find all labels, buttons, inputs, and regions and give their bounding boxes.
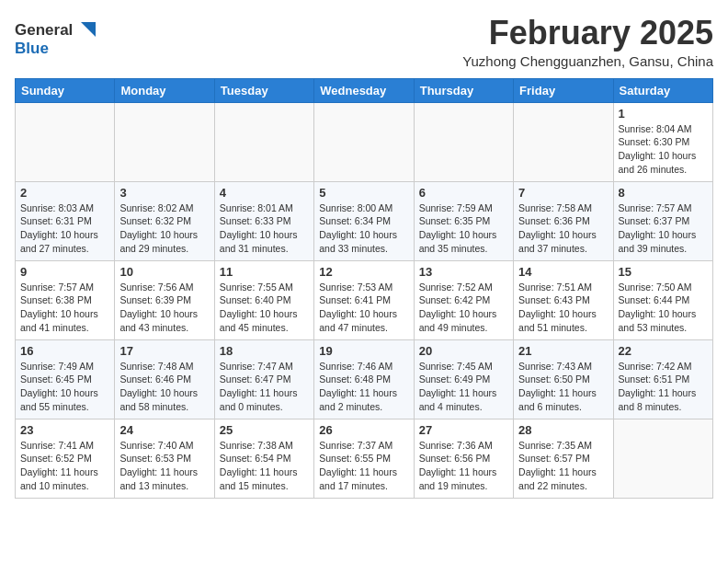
day-number: 24: [119, 423, 209, 437]
day-info: Sunrise: 7:36 AM Sunset: 6:56 PM Dayligh…: [419, 439, 508, 493]
calendar-cell: 18Sunrise: 7:47 AM Sunset: 6:47 PM Dayli…: [214, 339, 313, 419]
calendar-cell: 1Sunrise: 8:04 AM Sunset: 6:30 PM Daylig…: [613, 102, 712, 181]
calendar-cell: [514, 102, 613, 181]
calendar-cell: [16, 102, 115, 181]
day-number: 9: [20, 265, 109, 279]
day-number: 5: [319, 186, 408, 200]
day-number: 26: [319, 423, 408, 437]
day-number: 13: [419, 265, 508, 279]
calendar-cell: 16Sunrise: 7:49 AM Sunset: 6:45 PM Dayli…: [16, 339, 115, 419]
calendar-week-1: 1Sunrise: 8:04 AM Sunset: 6:30 PM Daylig…: [16, 102, 713, 181]
day-number: 21: [518, 344, 608, 358]
day-number: 10: [119, 265, 209, 279]
title-block: February 2025 Yuzhong Chengguanzhen, Gan…: [462, 15, 713, 69]
weekday-header-saturday: Saturday: [613, 78, 712, 102]
calendar-cell: 5Sunrise: 8:00 AM Sunset: 6:34 PM Daylig…: [314, 181, 414, 260]
day-number: 27: [419, 423, 508, 437]
day-number: 14: [518, 265, 608, 279]
day-info: Sunrise: 7:41 AM Sunset: 6:52 PM Dayligh…: [20, 439, 109, 493]
svg-text:Blue: Blue: [15, 40, 49, 57]
day-info: Sunrise: 7:37 AM Sunset: 6:55 PM Dayligh…: [319, 439, 408, 493]
day-number: 12: [319, 265, 408, 279]
weekday-header-monday: Monday: [115, 78, 214, 102]
svg-text:General: General: [15, 21, 73, 39]
calendar-cell: 14Sunrise: 7:51 AM Sunset: 6:43 PM Dayli…: [514, 260, 613, 339]
calendar-cell: 22Sunrise: 7:42 AM Sunset: 6:51 PM Dayli…: [613, 339, 712, 419]
calendar-cell: 27Sunrise: 7:36 AM Sunset: 6:56 PM Dayli…: [414, 419, 513, 498]
calendar-cell: 28Sunrise: 7:35 AM Sunset: 6:57 PM Dayli…: [514, 419, 613, 498]
day-number: 3: [119, 186, 209, 200]
day-number: 18: [220, 344, 309, 358]
logo-svg: General Blue: [15, 15, 97, 61]
day-info: Sunrise: 7:51 AM Sunset: 6:43 PM Dayligh…: [518, 281, 608, 335]
calendar-cell: 21Sunrise: 7:43 AM Sunset: 6:50 PM Dayli…: [514, 339, 613, 419]
day-number: 16: [20, 344, 109, 358]
calendar-week-4: 16Sunrise: 7:49 AM Sunset: 6:45 PM Dayli…: [16, 339, 713, 419]
logo: General Blue: [15, 15, 97, 61]
day-info: Sunrise: 7:59 AM Sunset: 6:35 PM Dayligh…: [419, 201, 508, 256]
calendar-cell: 12Sunrise: 7:53 AM Sunset: 6:41 PM Dayli…: [314, 260, 414, 339]
day-info: Sunrise: 7:46 AM Sunset: 6:48 PM Dayligh…: [319, 360, 408, 414]
calendar-cell: 17Sunrise: 7:48 AM Sunset: 6:46 PM Dayli…: [115, 339, 214, 419]
day-number: 25: [220, 423, 309, 437]
day-info: Sunrise: 7:40 AM Sunset: 6:53 PM Dayligh…: [119, 439, 209, 493]
calendar-cell: 11Sunrise: 7:55 AM Sunset: 6:40 PM Dayli…: [214, 260, 313, 339]
calendar-cell: 15Sunrise: 7:50 AM Sunset: 6:44 PM Dayli…: [613, 260, 712, 339]
day-info: Sunrise: 7:57 AM Sunset: 6:37 PM Dayligh…: [619, 201, 708, 256]
day-number: 8: [619, 186, 708, 200]
day-number: 19: [319, 344, 408, 358]
day-info: Sunrise: 7:58 AM Sunset: 6:36 PM Dayligh…: [518, 201, 608, 256]
day-info: Sunrise: 7:47 AM Sunset: 6:47 PM Dayligh…: [220, 360, 309, 414]
day-info: Sunrise: 7:42 AM Sunset: 6:51 PM Dayligh…: [619, 360, 708, 414]
svg-marker-2: [81, 22, 96, 37]
calendar-cell: 26Sunrise: 7:37 AM Sunset: 6:55 PM Dayli…: [314, 419, 414, 498]
day-number: 28: [518, 423, 608, 437]
calendar-cell: 2Sunrise: 8:03 AM Sunset: 6:31 PM Daylig…: [16, 181, 115, 260]
month-title: February 2025: [462, 15, 713, 52]
day-number: 4: [220, 186, 309, 200]
calendar-cell: [115, 102, 214, 181]
calendar-cell: [214, 102, 313, 181]
calendar-cell: 6Sunrise: 7:59 AM Sunset: 6:35 PM Daylig…: [414, 181, 513, 260]
calendar-week-2: 2Sunrise: 8:03 AM Sunset: 6:31 PM Daylig…: [16, 181, 713, 260]
day-info: Sunrise: 7:53 AM Sunset: 6:41 PM Dayligh…: [319, 281, 408, 335]
calendar-cell: 9Sunrise: 7:57 AM Sunset: 6:38 PM Daylig…: [16, 260, 115, 339]
calendar-cell: [414, 102, 513, 181]
location: Yuzhong Chengguanzhen, Gansu, China: [462, 53, 713, 69]
weekday-header-thursday: Thursday: [414, 78, 513, 102]
calendar-cell: 25Sunrise: 7:38 AM Sunset: 6:54 PM Dayli…: [214, 419, 313, 498]
day-info: Sunrise: 7:45 AM Sunset: 6:49 PM Dayligh…: [419, 360, 508, 414]
day-info: Sunrise: 7:56 AM Sunset: 6:39 PM Dayligh…: [119, 281, 209, 335]
day-info: Sunrise: 8:04 AM Sunset: 6:30 PM Dayligh…: [619, 122, 708, 177]
day-number: 7: [518, 186, 608, 200]
calendar-week-3: 9Sunrise: 7:57 AM Sunset: 6:38 PM Daylig…: [16, 260, 713, 339]
calendar-table: SundayMondayTuesdayWednesdayThursdayFrid…: [15, 78, 713, 499]
day-number: 2: [20, 186, 109, 200]
day-number: 20: [419, 344, 508, 358]
calendar-cell: 20Sunrise: 7:45 AM Sunset: 6:49 PM Dayli…: [414, 339, 513, 419]
day-number: 22: [619, 344, 708, 358]
day-info: Sunrise: 8:00 AM Sunset: 6:34 PM Dayligh…: [319, 201, 408, 256]
day-info: Sunrise: 7:38 AM Sunset: 6:54 PM Dayligh…: [220, 439, 309, 493]
weekday-header-sunday: Sunday: [16, 78, 115, 102]
calendar-cell: 7Sunrise: 7:58 AM Sunset: 6:36 PM Daylig…: [514, 181, 613, 260]
calendar-cell: 23Sunrise: 7:41 AM Sunset: 6:52 PM Dayli…: [16, 419, 115, 498]
calendar-cell: 3Sunrise: 8:02 AM Sunset: 6:32 PM Daylig…: [115, 181, 214, 260]
day-number: 15: [619, 265, 708, 279]
calendar-cell: 8Sunrise: 7:57 AM Sunset: 6:37 PM Daylig…: [613, 181, 712, 260]
weekday-header-row: SundayMondayTuesdayWednesdayThursdayFrid…: [16, 78, 713, 102]
day-info: Sunrise: 8:02 AM Sunset: 6:32 PM Dayligh…: [119, 201, 209, 256]
weekday-header-wednesday: Wednesday: [314, 78, 414, 102]
day-info: Sunrise: 8:03 AM Sunset: 6:31 PM Dayligh…: [20, 201, 109, 256]
day-info: Sunrise: 7:43 AM Sunset: 6:50 PM Dayligh…: [518, 360, 608, 414]
day-info: Sunrise: 7:49 AM Sunset: 6:45 PM Dayligh…: [20, 360, 109, 414]
weekday-header-friday: Friday: [514, 78, 613, 102]
page-header: General Blue February 2025 Yuzhong Cheng…: [15, 15, 713, 69]
day-number: 23: [20, 423, 109, 437]
day-info: Sunrise: 7:50 AM Sunset: 6:44 PM Dayligh…: [619, 281, 708, 335]
day-info: Sunrise: 8:01 AM Sunset: 6:33 PM Dayligh…: [220, 201, 309, 256]
day-info: Sunrise: 7:52 AM Sunset: 6:42 PM Dayligh…: [419, 281, 508, 335]
day-info: Sunrise: 7:57 AM Sunset: 6:38 PM Dayligh…: [20, 281, 109, 335]
day-info: Sunrise: 7:35 AM Sunset: 6:57 PM Dayligh…: [518, 439, 608, 493]
calendar-cell: 19Sunrise: 7:46 AM Sunset: 6:48 PM Dayli…: [314, 339, 414, 419]
